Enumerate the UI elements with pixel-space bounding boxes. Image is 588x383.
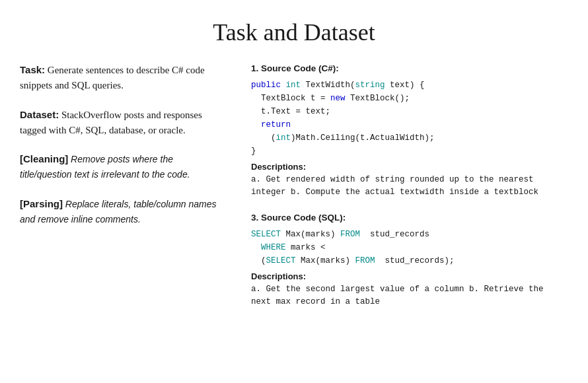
section3-desc-label: Descriptions: [251, 270, 568, 283]
parsing-section: [Parsing] Replace literals, table/column… [20, 196, 225, 228]
task-section: Task: Generate sentences to describe C# … [20, 62, 225, 94]
section3-header: 3. Source Code (SQL): [251, 211, 568, 225]
left-column: Task: Generate sentences to describe C# … [20, 62, 225, 314]
section3: 3. Source Code (SQL): SELECT Max(marks) … [251, 211, 568, 309]
section1-desc-label: Descriptions: [251, 160, 568, 174]
cleaning-section: [Cleaning] Remove posts where the title/… [20, 151, 225, 183]
section1-header: 1. Source Code (C#): [251, 62, 568, 76]
parsing-label: [Parsing] [20, 198, 63, 209]
cleaning-label: [Cleaning] [20, 153, 68, 164]
dataset-label: Dataset: [20, 109, 59, 120]
page-title: Task and Dataset [0, 0, 588, 62]
dataset-section: Dataset: StackOverflow posts and respons… [20, 107, 225, 139]
section1-desc: a. Get rendered width of string rounded … [251, 174, 568, 199]
task-label: Task: [20, 64, 45, 75]
task-text: Generate sentences to describe C# code s… [20, 65, 205, 90]
content-area: Task: Generate sentences to describe C# … [0, 62, 588, 314]
section3-code: SELECT Max(marks) FROM stud_records WHER… [251, 228, 568, 267]
right-column: 1. Source Code (C#): public int TextWidt… [251, 62, 568, 314]
section1: 1. Source Code (C#): public int TextWidt… [251, 62, 568, 199]
section3-desc: a. Get the second largest value of a col… [251, 283, 568, 309]
section1-code: public int TextWidth(string text) { Text… [251, 79, 568, 158]
